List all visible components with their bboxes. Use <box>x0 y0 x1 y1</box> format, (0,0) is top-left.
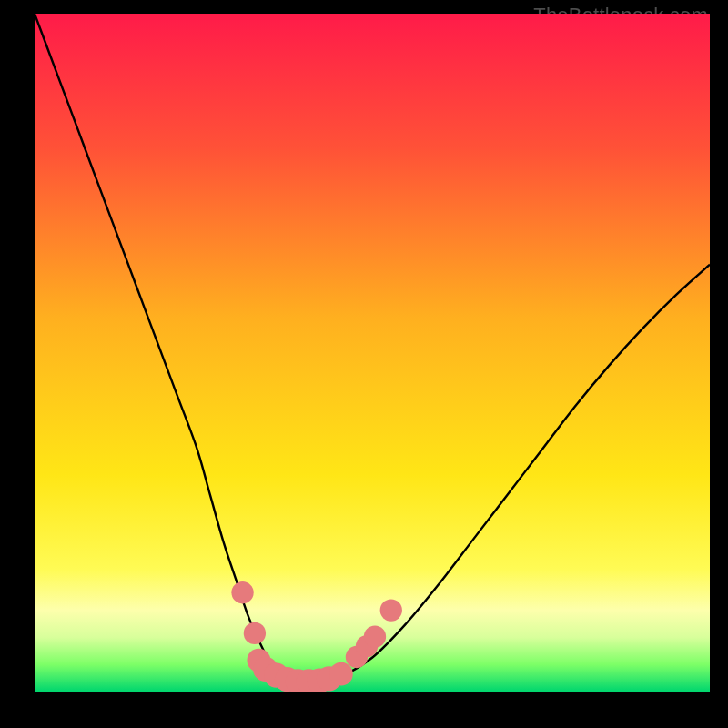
data-marker <box>380 599 402 621</box>
bottleneck-chart <box>35 14 710 692</box>
data-marker <box>231 581 253 603</box>
plot-area <box>35 14 710 692</box>
chart-frame: TheBottleneck.com <box>0 0 728 728</box>
data-marker <box>329 662 353 686</box>
data-marker <box>244 622 266 644</box>
gradient-background <box>35 14 710 692</box>
data-marker <box>364 625 386 647</box>
